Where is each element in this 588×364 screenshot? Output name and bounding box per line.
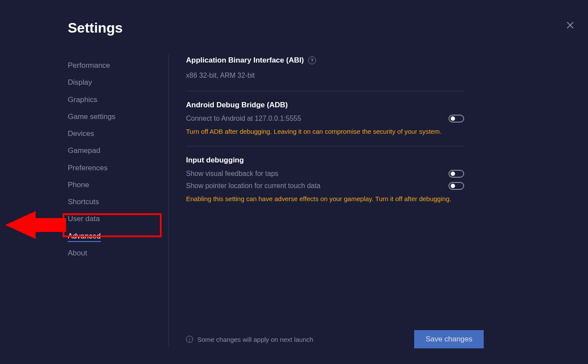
sidebar-item-phone[interactable]: Phone [68, 176, 168, 193]
sidebar-item-user-data[interactable]: User data [68, 210, 168, 227]
sidebar-item-display[interactable]: Display [68, 74, 168, 91]
taps-label: Show visual feedback for taps [186, 170, 279, 178]
section-input-debugging: Input debugging Show visual feedback for… [186, 156, 464, 214]
input-debug-warning: Enabling this setting can have adverse e… [186, 194, 464, 204]
sidebar-item-devices[interactable]: Devices [68, 125, 168, 142]
sidebar-item-game-settings[interactable]: Game settings [68, 108, 168, 125]
sidebar-item-shortcuts[interactable]: Shortcuts [68, 193, 168, 210]
sidebar-item-gamepad[interactable]: Gamepad [68, 142, 168, 159]
section-abi: Application Binary Interface (ABI) ? x86… [186, 56, 464, 91]
help-icon[interactable]: ? [308, 56, 316, 64]
adb-toggle[interactable] [448, 115, 464, 122]
adb-title: Android Debug Bridge (ADB) [186, 101, 464, 109]
footer-note: i Some changes will apply on next launch [186, 336, 313, 343]
abi-value: x86 32-bit, ARM 32-bit [186, 70, 464, 81]
pointer-toggle[interactable] [448, 182, 464, 190]
sidebar-item-performance[interactable]: Performance [68, 57, 168, 74]
sidebar-item-about[interactable]: About [68, 245, 168, 261]
section-adb: Android Debug Bridge (ADB) Connect to An… [186, 101, 464, 147]
info-icon: i [186, 336, 193, 343]
page-title: Settings [68, 20, 527, 36]
taps-toggle[interactable] [448, 170, 464, 178]
save-button[interactable]: Save changes [414, 330, 484, 348]
adb-warning: Turn off ADB after debugging. Leaving it… [186, 127, 464, 137]
abi-title: Application Binary Interface (ABI) ? [186, 56, 464, 65]
sidebar: Performance Display Graphics Game settin… [68, 54, 169, 346]
adb-connect-label: Connect to Android at 127.0.0.1:5555 [186, 115, 301, 122]
sidebar-item-graphics[interactable]: Graphics [68, 91, 168, 108]
pointer-label: Show pointer location for current touch … [186, 182, 321, 190]
input-debug-title: Input debugging [186, 156, 464, 165]
main-content: Application Binary Interface (ABI) ? x86… [169, 54, 464, 346]
sidebar-item-advanced[interactable]: Advanced [68, 228, 168, 245]
sidebar-item-preferences[interactable]: Preferences [68, 159, 168, 176]
